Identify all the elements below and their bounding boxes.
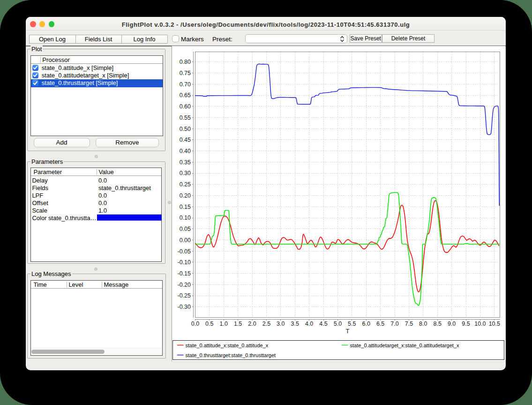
svg-text:10.5: 10.5: [488, 321, 500, 327]
svg-text:0.05: 0.05: [179, 226, 190, 232]
svg-text:3.5: 3.5: [291, 321, 299, 327]
svg-text:0.10: 0.10: [179, 214, 190, 221]
svg-text:0.20: 0.20: [179, 192, 190, 199]
svg-text:0.40: 0.40: [179, 148, 190, 154]
svg-text:8.0: 8.0: [419, 321, 427, 327]
svg-text:-0.25: -0.25: [177, 292, 191, 299]
svg-text:-0.20: -0.20: [177, 282, 191, 288]
svg-text:4.0: 4.0: [305, 321, 313, 327]
svg-text:1.0: 1.0: [219, 321, 227, 327]
svg-text:0.0: 0.0: [191, 321, 199, 327]
svg-text:2.5: 2.5: [262, 321, 270, 327]
svg-text:1.5: 1.5: [233, 321, 241, 327]
svg-text:0.5: 0.5: [205, 321, 213, 327]
svg-text:0.00: 0.00: [179, 237, 190, 244]
svg-text:-0.10: -0.10: [177, 259, 191, 266]
svg-text:6.0: 6.0: [362, 321, 370, 327]
svg-text:7.5: 7.5: [405, 321, 412, 327]
svg-text:T: T: [345, 328, 349, 335]
svg-text:6.5: 6.5: [376, 321, 384, 327]
svg-text:3.0: 3.0: [277, 321, 285, 327]
svg-text:0.25: 0.25: [179, 181, 190, 188]
svg-text:2.0: 2.0: [248, 321, 256, 327]
svg-text:0.50: 0.50: [179, 126, 190, 132]
svg-text:5.0: 5.0: [333, 321, 341, 327]
svg-text:0.35: 0.35: [179, 159, 190, 166]
svg-text:0.60: 0.60: [179, 103, 190, 110]
svg-text:state_0.thrusttarget:state_0.t: state_0.thrusttarget:state_0.thrusttarge…: [185, 352, 276, 358]
svg-text:0.80: 0.80: [179, 59, 190, 65]
svg-text:-0.15: -0.15: [177, 270, 191, 277]
svg-text:5.5: 5.5: [348, 321, 356, 327]
svg-text:0.70: 0.70: [179, 81, 190, 88]
svg-text:state_0.attitude_x:state_0.att: state_0.attitude_x:state_0.attitude_x: [185, 343, 268, 348]
svg-text:0.15: 0.15: [179, 204, 190, 210]
svg-text:7.0: 7.0: [390, 321, 398, 327]
svg-text:0.55: 0.55: [179, 115, 190, 121]
svg-text:state_0.attitudetarget_x:state: state_0.attitudetarget_x:state_0.attitud…: [350, 343, 459, 348]
svg-text:0.30: 0.30: [179, 170, 190, 176]
svg-text:9.5: 9.5: [462, 321, 470, 327]
svg-text:0.75: 0.75: [179, 70, 190, 76]
svg-text:9.0: 9.0: [447, 321, 455, 327]
svg-text:10.0: 10.0: [474, 321, 486, 327]
svg-text:8.5: 8.5: [433, 321, 441, 327]
svg-text:-0.30: -0.30: [177, 304, 191, 310]
svg-text:0.65: 0.65: [179, 92, 190, 99]
svg-text:4.5: 4.5: [319, 321, 327, 327]
svg-text:-0.05: -0.05: [177, 248, 191, 255]
svg-text:0.45: 0.45: [179, 137, 190, 143]
